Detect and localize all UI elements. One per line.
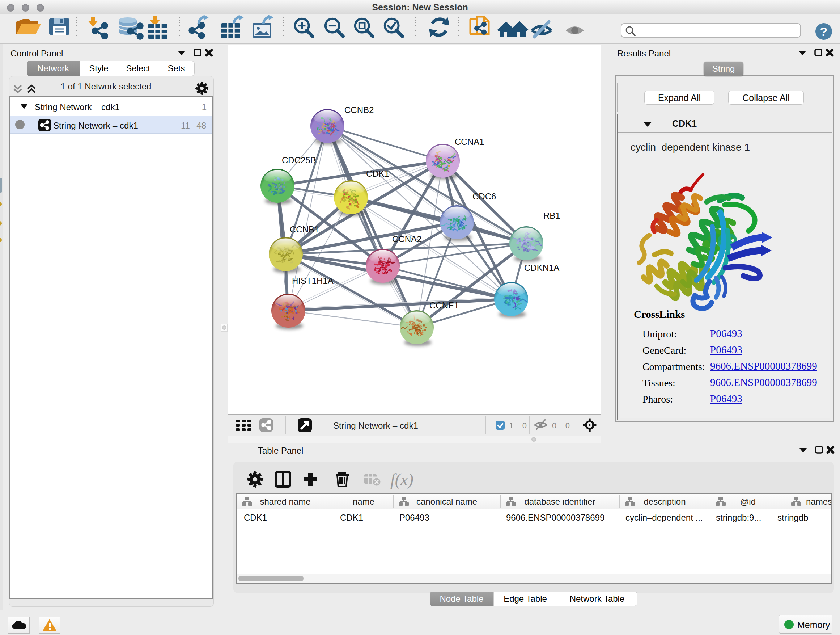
svg-text:f(x): f(x) xyxy=(390,470,414,489)
svg-text:CDC6: CDC6 xyxy=(472,192,496,201)
svg-text:CCNA2: CCNA2 xyxy=(392,234,422,244)
svg-text:CCNE1: CCNE1 xyxy=(429,301,459,310)
svg-text:HIST1H1A: HIST1H1A xyxy=(292,276,333,286)
svg-text:CDK1: CDK1 xyxy=(366,169,389,179)
svg-text:CDKN1A: CDKN1A xyxy=(524,263,559,272)
svg-text:CCNA1: CCNA1 xyxy=(455,137,484,147)
svg-text:CCNB2: CCNB2 xyxy=(344,105,374,115)
svg-text:CCNB1: CCNB1 xyxy=(290,225,319,234)
svg-text:RB1: RB1 xyxy=(543,211,561,220)
svg-text:CDC25B: CDC25B xyxy=(282,155,316,165)
